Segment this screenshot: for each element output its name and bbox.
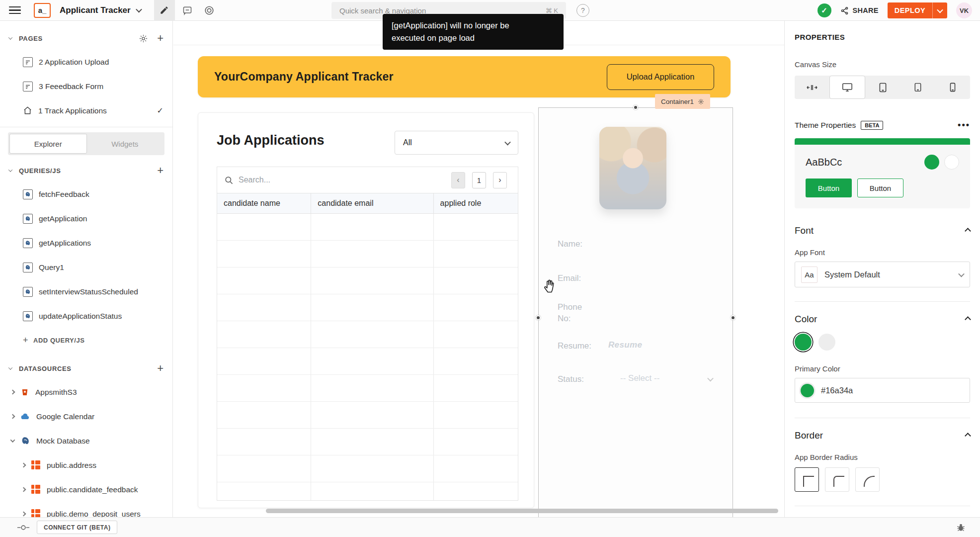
resume-link[interactable]: Resume xyxy=(608,340,642,352)
add-query-button[interactable]: + xyxy=(157,165,163,176)
datasources-section-header[interactable]: DATASOURCES + xyxy=(0,357,172,380)
hamburger-menu-icon[interactable] xyxy=(9,6,21,14)
add-datasource-button[interactable]: + xyxy=(157,363,163,374)
tab-explorer[interactable]: Explorer xyxy=(9,134,87,154)
field-name: Name: xyxy=(558,238,608,250)
background-color-swatch[interactable] xyxy=(818,334,835,351)
primary-color-value: #16a34a xyxy=(821,386,853,395)
query-item-setInterviewStatusScheduled[interactable]: setInterviewStatusScheduled xyxy=(0,279,172,304)
pages-section-header[interactable]: PAGES + xyxy=(0,27,172,50)
add-page-button[interactable]: + xyxy=(157,33,163,44)
datasource-item-google-calendar[interactable]: Google Calendar xyxy=(0,404,172,429)
view-mode-button[interactable] xyxy=(200,1,219,20)
upload-application-button[interactable]: Upload Application xyxy=(607,64,714,90)
table-row[interactable] xyxy=(217,241,518,268)
table-header-row: candidate name candidate email applied r… xyxy=(217,193,518,214)
deploy-options-toggle[interactable] xyxy=(933,8,947,13)
radius-medium-option[interactable] xyxy=(825,467,849,492)
resize-handle-top[interactable] xyxy=(633,105,638,110)
comments-button[interactable] xyxy=(178,1,197,20)
table-search-input[interactable]: Search... xyxy=(239,176,270,184)
query-item-Query1[interactable]: Query1 xyxy=(0,255,172,279)
datasource-table-public-candidate-feedback[interactable]: public.candidate_feedback xyxy=(0,477,172,502)
border-section-header[interactable]: Border xyxy=(795,430,970,441)
app-font-select[interactable]: Aa System Default xyxy=(795,262,970,287)
theme-preview-card[interactable]: AaBbCc Button Button xyxy=(795,138,970,208)
table-row[interactable] xyxy=(217,429,518,455)
collapse-chevron-icon[interactable] xyxy=(10,438,15,443)
table-row[interactable] xyxy=(217,348,518,375)
table-row[interactable] xyxy=(217,268,518,294)
canvas-size-tablet-large[interactable] xyxy=(865,76,900,99)
table-row[interactable] xyxy=(217,455,518,482)
quick-search-placeholder: Quick search & navigation xyxy=(339,6,426,15)
query-item-getApplications[interactable]: getApplications xyxy=(0,231,172,255)
selected-widget-badge[interactable]: Container1 xyxy=(655,94,710,109)
expand-chevron-icon[interactable] xyxy=(10,390,15,395)
column-header-candidate-email[interactable]: candidate email xyxy=(311,193,433,213)
sidebar-item-page-track-applications[interactable]: 1 Track Applications ✓ xyxy=(0,98,172,123)
edit-mode-button[interactable] xyxy=(154,0,175,21)
canvas-size-tablet[interactable] xyxy=(900,76,935,99)
table-row[interactable] xyxy=(217,321,518,348)
expand-chevron-icon[interactable] xyxy=(21,512,26,517)
table-row[interactable] xyxy=(217,214,518,241)
user-avatar[interactable]: VK xyxy=(956,2,972,18)
sidebar-item-page-feedback-form[interactable]: 3 Feeedback Form xyxy=(0,74,172,98)
prev-page-button[interactable]: ‹ xyxy=(451,172,465,188)
datasource-item-appsmiths3[interactable]: AppsmithS3 xyxy=(0,380,172,404)
help-button[interactable]: ? xyxy=(576,4,589,17)
primary-color-swatch[interactable] xyxy=(795,334,812,351)
table-row[interactable] xyxy=(217,482,518,501)
datasource-table-public-demo-deposit-users[interactable]: public.demo_deposit_users xyxy=(0,502,172,517)
radius-none-option[interactable] xyxy=(795,467,819,492)
postgres-icon xyxy=(23,287,33,297)
next-page-button[interactable]: › xyxy=(493,172,507,188)
connect-git-button[interactable]: CONNECT GIT (BETA) xyxy=(37,521,117,534)
gear-icon[interactable] xyxy=(139,34,148,43)
theme-options-menu[interactable]: ••• xyxy=(958,120,970,130)
resize-handle-left[interactable] xyxy=(536,315,541,320)
selected-font-value: System Default xyxy=(824,270,880,279)
postgres-icon xyxy=(23,238,33,248)
expand-chevron-icon[interactable] xyxy=(10,414,15,419)
sidebar-item-page-application-upload[interactable]: 2 Application Upload xyxy=(0,50,172,74)
column-header-candidate-name[interactable]: candidate name xyxy=(217,193,311,213)
horizontal-scrollbar[interactable] xyxy=(266,509,778,513)
status-select[interactable]: -- Select -- xyxy=(620,373,659,385)
datasource-table-public-address[interactable]: public.address xyxy=(0,453,172,477)
add-query-js-button[interactable]: + ADD QUERY/JS xyxy=(0,328,172,352)
expand-chevron-icon[interactable] xyxy=(21,487,26,492)
tablet-icon xyxy=(914,83,921,92)
canvas-size-fluid[interactable] xyxy=(795,76,829,99)
query-item-fetchFeedback[interactable]: fetchFeedback xyxy=(0,182,172,206)
container1-widget[interactable]: Name: Email: Phone No: Resume: Resume St… xyxy=(538,107,733,517)
column-header-applied-role[interactable]: applied role xyxy=(434,193,518,213)
query-item-getApplication[interactable]: getApplication xyxy=(0,206,172,231)
font-section-header[interactable]: Font xyxy=(795,225,970,236)
gear-icon[interactable] xyxy=(698,98,704,105)
canvas-size-desktop[interactable] xyxy=(829,76,865,99)
table-row[interactable] xyxy=(217,375,518,402)
app-title-menu[interactable]: Applicant Tracker xyxy=(60,5,141,15)
query-item-updateApplicationStatus[interactable]: updateApplicationStatus xyxy=(0,304,172,328)
status-filter-select[interactable]: All xyxy=(395,131,518,155)
primary-color-input[interactable]: #16a34a xyxy=(795,378,970,403)
tab-widgets[interactable]: Widgets xyxy=(87,134,163,154)
share-button[interactable]: SHARE xyxy=(840,6,879,15)
appsmith-logo[interactable]: a_ xyxy=(34,3,51,18)
datasource-item-mock-database[interactable]: Mock Database xyxy=(0,429,172,453)
expand-chevron-icon[interactable] xyxy=(21,463,26,468)
queries-section-header[interactable]: QUERIES/JS + xyxy=(0,159,172,182)
radius-large-option[interactable] xyxy=(855,467,880,492)
collapse-chevron-icon xyxy=(8,168,12,172)
table-row[interactable] xyxy=(217,402,518,429)
table-row[interactable] xyxy=(217,294,518,321)
deploy-button[interactable]: DEPLOY xyxy=(888,2,947,18)
debug-bug-icon[interactable] xyxy=(956,522,966,533)
chevron-down-icon xyxy=(504,139,511,145)
color-section-header[interactable]: Color xyxy=(795,314,970,325)
resize-handle-right[interactable] xyxy=(731,315,735,320)
canvas-size-mobile[interactable] xyxy=(935,76,970,99)
s3-icon xyxy=(20,388,29,397)
